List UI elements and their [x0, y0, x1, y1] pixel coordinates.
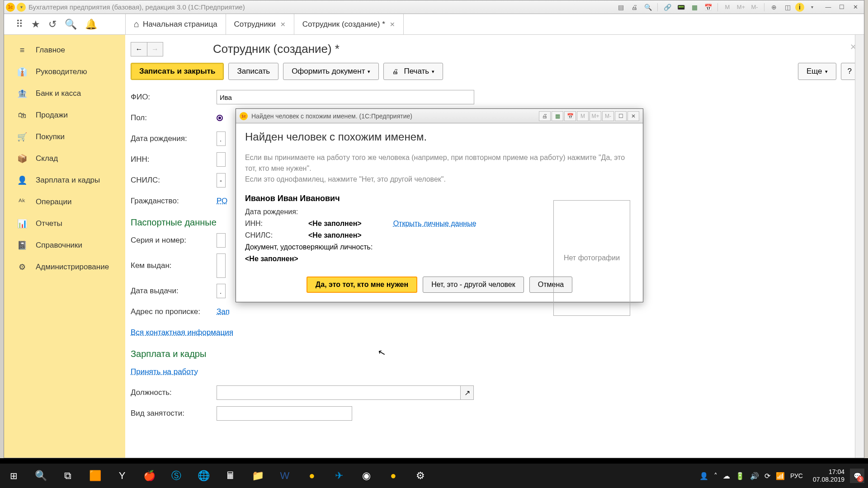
- tray-battery-icon[interactable]: 🔋: [736, 472, 745, 480]
- date-icon[interactable]: 📅: [702, 2, 714, 12]
- more-button[interactable]: Еще▾: [798, 63, 836, 80]
- address-link[interactable]: Зап: [217, 307, 230, 316]
- sidebar-item-4[interactable]: 🛒Покупки: [4, 126, 125, 148]
- dialog-maximize-icon[interactable]: ☐: [615, 111, 627, 121]
- info-icon[interactable]: i: [795, 3, 804, 12]
- tab-employee-create[interactable]: Сотрудник (создание) *✕: [294, 14, 404, 34]
- search-task-icon[interactable]: 🔍: [27, 464, 54, 488]
- save-close-button[interactable]: Записать и закрыть: [131, 63, 224, 80]
- minimize-button[interactable]: —: [821, 2, 835, 12]
- favorites-star-icon[interactable]: ★: [31, 19, 40, 30]
- start-button[interactable]: ⊞: [0, 464, 27, 488]
- taskbar-chrome-icon[interactable]: ◉: [353, 464, 380, 488]
- taskbar-app-3[interactable]: 🍎: [136, 464, 163, 488]
- create-doc-button[interactable]: Оформить документ▾: [283, 63, 379, 80]
- yes-same-person-button[interactable]: Да, это тот, кто мне нужен: [307, 277, 417, 293]
- taskbar-telegram-icon[interactable]: ✈: [326, 464, 353, 488]
- print-icon[interactable]: 🖨: [628, 2, 640, 12]
- gender-radio-male[interactable]: [217, 115, 223, 121]
- position-input[interactable]: [217, 385, 461, 400]
- position-open-button[interactable]: ↗: [460, 385, 474, 400]
- snils-input[interactable]: [217, 173, 226, 188]
- taskbar-explorer-icon[interactable]: 📁: [244, 464, 271, 488]
- taskbar-settings-icon[interactable]: ⚙: [407, 464, 434, 488]
- tray-up-icon[interactable]: ˄: [714, 472, 717, 480]
- taskbar-skype-icon[interactable]: Ⓢ: [163, 464, 190, 488]
- history-icon[interactable]: ↺: [48, 19, 57, 30]
- duplicate-person-dialog: 1c Найден человек с похожим именем. (1С:…: [236, 108, 643, 302]
- tab-close-icon[interactable]: ✕: [390, 21, 395, 28]
- apps-grid-icon[interactable]: ⠿: [16, 19, 23, 30]
- m-plus-label[interactable]: M+: [735, 2, 747, 12]
- dropdown-app-icon[interactable]: ▾: [17, 3, 26, 12]
- taskbar-yandex-icon[interactable]: Y: [108, 464, 136, 488]
- maximize-button[interactable]: ☐: [835, 2, 849, 12]
- taskbar-app-1[interactable]: 🟧: [81, 464, 108, 488]
- dialog-cal2-icon[interactable]: 📅: [564, 111, 576, 121]
- dialog-m-minus-icon[interactable]: M-: [602, 111, 614, 121]
- sidebar-item-0[interactable]: ≡Главное: [4, 39, 125, 61]
- save-button[interactable]: Записать: [228, 63, 278, 80]
- dialog-m-plus-icon[interactable]: M+: [590, 111, 601, 121]
- tab-home[interactable]: Начальная страница: [125, 14, 226, 34]
- tool-icon-1[interactable]: ▤: [615, 2, 627, 12]
- no-different-person-button[interactable]: Нет, это - другой человек: [423, 277, 524, 293]
- dropdown-icon[interactable]: ▾: [806, 2, 818, 12]
- m-minus-label[interactable]: M-: [749, 2, 760, 12]
- scrollbar[interactable]: [855, 35, 864, 458]
- print-button[interactable]: Печать▾: [383, 63, 443, 80]
- layout-icon[interactable]: ◫: [782, 2, 793, 12]
- tray-lang[interactable]: РУС: [790, 472, 803, 479]
- tray-wifi-icon[interactable]: 📶: [776, 472, 785, 480]
- fio-input[interactable]: [217, 90, 474, 104]
- hire-link[interactable]: Принять на работу: [131, 367, 198, 376]
- issue-date-input[interactable]: [217, 284, 226, 298]
- employment-input[interactable]: [217, 406, 352, 421]
- calc-icon[interactable]: 📟: [675, 2, 687, 12]
- tray-cloud-icon[interactable]: ☁: [723, 472, 730, 480]
- sidebar-item-8[interactable]: 📊Отчеты: [4, 213, 125, 235]
- taskbar-1c-icon-2[interactable]: ●: [380, 464, 407, 488]
- notifications-bell-icon[interactable]: 🔔: [85, 19, 97, 30]
- taskbar-word-icon[interactable]: W: [271, 464, 298, 488]
- task-view-icon[interactable]: ⧉: [54, 464, 81, 488]
- open-personal-data-link[interactable]: Открыть личные данные: [393, 220, 476, 227]
- zoom-icon[interactable]: ⊕: [768, 2, 780, 12]
- tray-notifications-icon[interactable]: 💬3: [850, 469, 864, 483]
- tab-close-icon[interactable]: ✕: [280, 21, 286, 28]
- sidebar-item-5[interactable]: 📦Склад: [4, 148, 125, 169]
- link-icon[interactable]: 🔗: [661, 2, 673, 12]
- dob-input[interactable]: [217, 131, 226, 146]
- tray-people-icon[interactable]: 👤: [699, 472, 708, 480]
- sidebar-item-1[interactable]: 👔Руководителю: [4, 61, 125, 83]
- nav-forward-button[interactable]: →: [147, 42, 163, 56]
- taskbar-browser-icon[interactable]: 🌐: [190, 464, 217, 488]
- search-icon[interactable]: 🔍: [65, 19, 77, 30]
- dialog-cal1-icon[interactable]: ▦: [552, 111, 563, 121]
- sidebar-item-7[interactable]: ᴬᵏОперации: [4, 191, 125, 213]
- citizenship-link[interactable]: РО: [217, 197, 227, 206]
- sidebar-item-2[interactable]: 🏦Банк и касса: [4, 83, 125, 104]
- close-button[interactable]: ✕: [849, 2, 862, 12]
- calendar-icon[interactable]: ▦: [689, 2, 700, 12]
- tray-sync-icon[interactable]: ⟳: [764, 472, 770, 480]
- sidebar-item-9[interactable]: 📓Справочники: [4, 235, 125, 256]
- tray-volume-icon[interactable]: 🔊: [750, 472, 759, 480]
- tray-clock[interactable]: 17:04 07.08.2019: [813, 468, 844, 483]
- sidebar-item-6[interactable]: 👤Зарплата и кадры: [4, 169, 125, 191]
- all-contacts-link[interactable]: Вся контактная информация: [131, 328, 233, 337]
- nav-back-button[interactable]: ←: [131, 42, 147, 56]
- search-doc-icon[interactable]: 🔍: [642, 2, 654, 12]
- sidebar-item-3[interactable]: 🛍Продажи: [4, 104, 125, 126]
- issued-input[interactable]: [217, 253, 226, 278]
- series-input[interactable]: [217, 233, 226, 248]
- taskbar-1c-icon[interactable]: ●: [298, 464, 326, 488]
- sidebar-item-10[interactable]: ⚙Администрирование: [4, 256, 125, 278]
- dialog-print-icon[interactable]: 🖨: [539, 111, 551, 121]
- dialog-close-icon[interactable]: ✕: [627, 111, 639, 121]
- taskbar-calc-icon[interactable]: 🖩: [217, 464, 244, 488]
- inn-input[interactable]: [217, 152, 226, 167]
- dialog-m-icon[interactable]: M: [577, 111, 589, 121]
- tab-employees[interactable]: Сотрудники✕: [226, 14, 294, 34]
- m-label[interactable]: M: [722, 2, 733, 12]
